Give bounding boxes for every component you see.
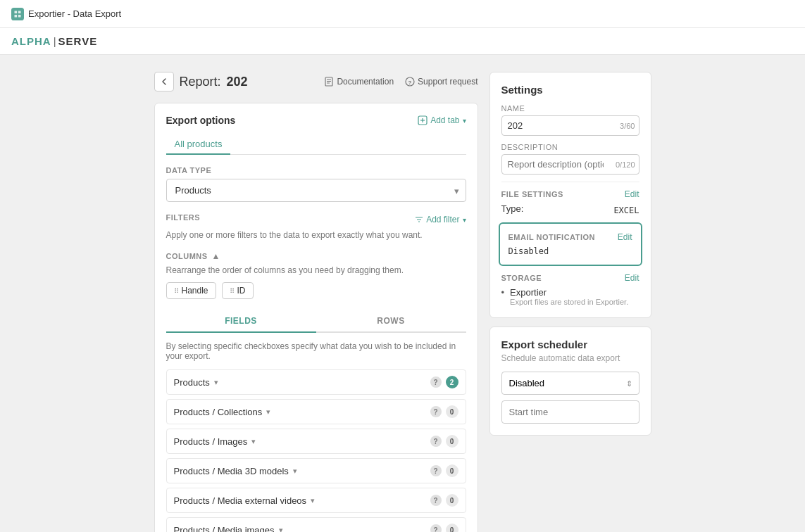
add-tab-label: Add tab bbox=[430, 115, 459, 125]
description-count: 0/120 bbox=[616, 160, 635, 169]
count-badge: 2 bbox=[446, 376, 458, 388]
name-input[interactable] bbox=[501, 115, 639, 136]
scheduler-desc: Schedule automatic data export bbox=[501, 353, 639, 363]
type-label: Type: bbox=[501, 203, 524, 214]
field-row-right: ? 0 bbox=[430, 524, 458, 532]
scheduler-card: Export scheduler Schedule automatic data… bbox=[489, 327, 651, 436]
columns-chips: ⠿ Handle ⠿ ID bbox=[166, 282, 466, 299]
chip-handle-label: Handle bbox=[182, 286, 208, 296]
field-rows: Products ▾ ? 2 Products / Collections ▾ … bbox=[166, 369, 466, 532]
start-time-input[interactable] bbox=[501, 400, 639, 424]
field-expand-arrow: ▾ bbox=[279, 526, 283, 533]
main-content: Report: 202 Documentation ? bbox=[0, 55, 805, 532]
field-row-left: Products / Media external videos ▾ bbox=[174, 495, 316, 506]
filters-desc: Apply one or more filters to the data to… bbox=[166, 230, 466, 240]
field-row-left: Products / Media images ▾ bbox=[174, 525, 283, 533]
fields-desc: By selecting specific checkboxes specify… bbox=[166, 341, 466, 361]
documentation-button[interactable]: Documentation bbox=[324, 77, 394, 87]
support-label: Support request bbox=[418, 77, 478, 87]
field-row[interactable]: Products / Media external videos ▾ ? 0 bbox=[166, 488, 466, 513]
tab-all-products[interactable]: All products bbox=[166, 134, 231, 155]
filter-chevron: ▾ bbox=[463, 216, 466, 224]
back-button[interactable] bbox=[154, 72, 174, 91]
support-button[interactable]: ? Support request bbox=[405, 77, 478, 87]
sort-icon: ▲ bbox=[212, 251, 220, 261]
file-settings-label: FILE SETTINGS bbox=[501, 190, 563, 198]
brand-sep: | bbox=[54, 35, 56, 47]
count-badge: 0 bbox=[446, 435, 458, 448]
description-label: Description bbox=[501, 143, 639, 151]
field-row[interactable]: Products / Images ▾ ? 0 bbox=[166, 429, 466, 454]
count-badge: 0 bbox=[446, 464, 458, 477]
email-notification-label: EMAIL NOTIFICATION bbox=[508, 233, 595, 241]
add-tab-chevron: ▾ bbox=[463, 117, 466, 125]
storage-bullet: • bbox=[501, 287, 505, 298]
description-input-wrap: 0/120 bbox=[501, 154, 639, 175]
help-icon[interactable]: ? bbox=[430, 436, 442, 447]
columns-header: COLUMNS ▲ bbox=[166, 251, 466, 261]
field-row-right: ? 2 bbox=[430, 376, 458, 388]
count-badge: 0 bbox=[446, 524, 458, 532]
field-name: Products / Media external videos bbox=[174, 495, 307, 506]
help-icon[interactable]: ? bbox=[430, 524, 442, 532]
field-row[interactable]: Products / Media images ▾ ? 0 bbox=[166, 517, 466, 532]
storage-item: Exportier bbox=[510, 287, 628, 298]
scheduler-status-select[interactable]: Disabled Enabled bbox=[501, 372, 639, 395]
top-bar-title: Exportier - Data Export bbox=[28, 8, 121, 19]
field-name: Products / Media 3D models bbox=[174, 466, 289, 476]
count-badge: 0 bbox=[446, 405, 458, 418]
add-tab-button[interactable]: Add tab ▾ bbox=[418, 115, 466, 125]
columns-label: COLUMNS bbox=[166, 252, 208, 260]
email-notification-header: EMAIL NOTIFICATION Edit bbox=[508, 232, 632, 242]
sub-tab-fields[interactable]: FIELDS bbox=[166, 310, 316, 333]
name-input-wrap: 3/60 bbox=[501, 115, 639, 136]
chip-handle[interactable]: ⠿ Handle bbox=[166, 282, 216, 299]
drag-icon-id: ⠿ bbox=[230, 287, 235, 295]
report-label: Report: bbox=[180, 75, 221, 89]
scheduler-title: Export scheduler bbox=[501, 338, 639, 350]
drag-icon-handle: ⠿ bbox=[174, 287, 179, 295]
add-filter-button[interactable]: Add filter ▾ bbox=[415, 215, 466, 224]
brand-bar: ALPHA | SERVE bbox=[0, 28, 805, 55]
data-type-label: DATA TYPE bbox=[166, 166, 466, 175]
settings-card: Settings Name 3/60 Description 0/120 FIL… bbox=[489, 72, 651, 318]
right-panel: Settings Name 3/60 Description 0/120 FIL… bbox=[489, 72, 651, 532]
field-row[interactable]: Products / Media 3D models ▾ ? 0 bbox=[166, 458, 466, 483]
app-icon bbox=[11, 8, 24, 20]
field-row-right: ? 0 bbox=[430, 494, 458, 507]
count-badge: 0 bbox=[446, 494, 458, 507]
field-row[interactable]: Products ▾ ? 2 bbox=[166, 369, 466, 395]
help-icon[interactable]: ? bbox=[430, 376, 442, 388]
storage-edit[interactable]: Edit bbox=[625, 273, 639, 283]
brand-alpha: ALPHA bbox=[11, 35, 51, 47]
chip-id[interactable]: ⠿ ID bbox=[222, 282, 254, 299]
sub-tab-rows[interactable]: ROWS bbox=[316, 310, 466, 333]
help-icon[interactable]: ? bbox=[430, 495, 442, 506]
field-expand-arrow: ▾ bbox=[266, 407, 270, 417]
report-header: Report: 202 Documentation ? bbox=[154, 72, 478, 91]
help-icon[interactable]: ? bbox=[430, 406, 442, 417]
email-notification-edit[interactable]: Edit bbox=[618, 232, 632, 242]
settings-title: Settings bbox=[501, 84, 639, 96]
field-row-left: Products / Images ▾ bbox=[174, 436, 256, 447]
field-expand-arrow: ▾ bbox=[311, 496, 315, 505]
tabs: All products bbox=[166, 134, 466, 155]
add-filter-label: Add filter bbox=[426, 215, 459, 224]
data-type-select[interactable]: Products Orders Customers bbox=[166, 179, 466, 202]
back-icon bbox=[160, 77, 168, 86]
file-settings-header: FILE SETTINGS Edit bbox=[501, 189, 639, 199]
doc-icon bbox=[324, 77, 334, 87]
field-row[interactable]: Products / Collections ▾ ? 0 bbox=[166, 399, 466, 424]
field-name: Products / Media images bbox=[174, 525, 275, 533]
documentation-label: Documentation bbox=[337, 77, 394, 87]
file-settings-edit[interactable]: Edit bbox=[625, 189, 639, 199]
field-row-left: Products ▾ bbox=[174, 377, 218, 388]
svg-text:?: ? bbox=[408, 80, 412, 86]
email-notification-section: EMAIL NOTIFICATION Edit Disabled bbox=[499, 222, 642, 266]
export-options-title: Export options bbox=[166, 115, 236, 126]
name-label: Name bbox=[501, 104, 639, 113]
help-icon[interactable]: ? bbox=[430, 465, 442, 476]
type-value: EXCEL bbox=[613, 205, 639, 215]
svg-rect-0 bbox=[11, 8, 24, 20]
field-expand-arrow: ▾ bbox=[214, 378, 218, 387]
